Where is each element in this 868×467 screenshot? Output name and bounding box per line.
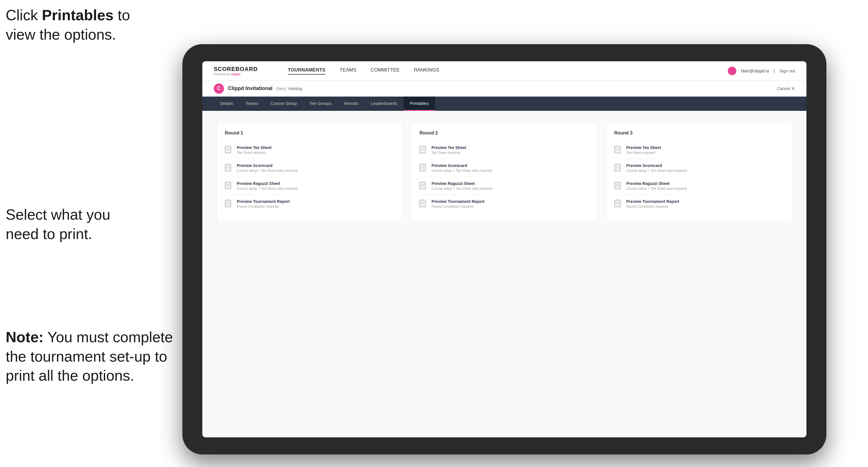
round1-report-title: Preview Tournament Report [237,199,290,204]
round1-tournament-report[interactable]: Preview Tournament Report Round Completi… [225,195,394,213]
svg-rect-32 [420,200,426,207]
top-nav-links: TOURNAMENTS TEAMS COMMITTEE RANKINGS [288,67,728,75]
tab-tee-groups[interactable]: Tee Groups [303,97,338,111]
round2-scorecard-text: Preview Scorecard Course setup + Tee She… [431,163,492,173]
round3-scorecard[interactable]: Preview Scorecard Course setup + Tee She… [614,159,784,177]
r3-report-icon [614,200,622,209]
round2-scorecard[interactable]: Preview Scorecard Course setup + Tee She… [420,159,589,177]
round2-raguzzi[interactable]: Preview Raguzzi Sheet Course setup + Tee… [420,177,589,195]
tab-course-setup[interactable]: Course Setup [265,97,303,111]
nav-tournaments[interactable]: TOURNAMENTS [288,67,326,75]
round1-tee-sheet-title: Preview Tee Sheet [237,145,272,150]
svg-rect-48 [615,200,620,207]
round3-raguzzi-text: Preview Raguzzi Sheet Course setup + Tee… [626,181,687,191]
round-3-title: Round 3 [614,130,784,136]
round1-scorecard-title: Preview Scorecard [237,163,298,168]
svg-rect-24 [420,164,426,171]
instruction-bottom: Note: You must complete the tournament s… [6,328,182,385]
svg-rect-44 [615,182,620,189]
round3-report-text: Preview Tournament Report Round Completi… [626,199,679,209]
tee-sheet-icon [225,146,233,155]
r3-raguzzi-icon [614,182,622,191]
tab-details[interactable]: Details [214,97,239,111]
round-1-title: Round 1 [225,130,394,136]
sign-out-link[interactable]: Sign out [779,68,795,73]
round1-scorecard-text: Preview Scorecard Course setup + Tee She… [237,163,298,173]
user-avatar [728,67,736,75]
separator: | [774,68,775,73]
user-email: blair@clippd.io [741,68,769,73]
round1-raguzzi-text: Preview Raguzzi Sheet Course setup + Tee… [237,181,298,191]
svg-rect-36 [615,146,620,153]
svg-rect-4 [225,146,231,153]
brand-title: SCOREBOARD [214,66,271,72]
r2-raguzzi-icon [420,182,428,191]
svg-rect-16 [225,200,231,207]
tablet-device: SCOREBOARD Powered by clippd TOURNAMENTS… [182,44,827,455]
round1-raguzzi-title: Preview Raguzzi Sheet [237,181,298,186]
round3-tee-sheet-text: Preview Tee Sheet Tee Sheet required [626,145,661,155]
tournament-tag: (Men) [276,86,286,91]
tablet-screen: SCOREBOARD Powered by clippd TOURNAMENTS… [202,61,806,437]
round1-report-subtitle: Round Completion required [237,205,290,209]
round-1-section: Round 1 Preview Tee Sheet [217,122,403,221]
instruction-middle: Select what youneed to print. [6,205,110,244]
round3-raguzzi[interactable]: Preview Raguzzi Sheet Course setup + Tee… [614,177,784,195]
main-content: Round 1 Preview Tee Sheet [202,111,806,437]
round1-scorecard-subtitle: Course setup + Tee Sheet data required [237,169,298,173]
report-icon [225,200,233,209]
nav-committee[interactable]: COMMITTEE [370,67,400,75]
svg-rect-12 [225,182,231,189]
round3-tournament-report[interactable]: Preview Tournament Report Round Completi… [614,195,784,213]
svg-rect-40 [615,164,620,171]
top-nav: SCOREBOARD Powered by clippd TOURNAMENTS… [202,61,806,81]
tournament-name: Clippd Invitational [228,86,272,91]
tournament-status: Hosting [289,86,302,91]
round3-tee-sheet[interactable]: Preview Tee Sheet Tee Sheet required [614,141,784,159]
round2-tee-sheet[interactable]: Preview Tee Sheet Tee Sheet required [420,141,589,159]
scorecard-icon [225,164,233,173]
round2-raguzzi-text: Preview Raguzzi Sheet Course setup + Tee… [431,181,492,191]
r2-tee-sheet-icon [420,146,428,155]
sub-nav: Details Teams Course Setup Tee Groups Re… [202,97,806,111]
round2-tournament-report[interactable]: Preview Tournament Report Round Completi… [420,195,589,213]
rounds-container: Round 1 Preview Tee Sheet [217,122,792,221]
round1-tee-sheet-text: Preview Tee Sheet Tee Sheet required [237,145,272,155]
tournament-logo: C [214,84,224,94]
svg-rect-28 [420,182,426,189]
top-nav-right: blair@clippd.io | Sign out [728,67,795,75]
tab-printables[interactable]: Printables [404,97,435,111]
nav-teams[interactable]: TEAMS [340,67,356,75]
tab-teams[interactable]: Teams [239,97,265,111]
round2-tee-sheet-text: Preview Tee Sheet Tee Sheet required [431,145,466,155]
r2-scorecard-icon [420,164,428,173]
r3-scorecard-icon [614,164,622,173]
round-2-title: Round 2 [420,130,589,136]
printables-bold: Printables [42,7,114,23]
round1-tee-sheet[interactable]: Preview Tee Sheet Tee Sheet required [225,141,394,159]
tab-leaderboards[interactable]: Leaderboards [365,97,404,111]
round2-report-text: Preview Tournament Report Round Completi… [431,199,485,209]
round1-tee-sheet-subtitle: Tee Sheet required [237,151,272,155]
tournament-header: C Clippd Invitational (Men) Hosting Canc… [202,81,806,97]
cancel-button[interactable]: Cancel ✕ [777,86,795,91]
round1-report-text: Preview Tournament Report Round Completi… [237,199,290,209]
nav-rankings[interactable]: RANKINGS [414,67,439,75]
brand: SCOREBOARD Powered by clippd [214,66,271,76]
raguzzi-icon [225,182,233,191]
instruction-top: Click Printables toview the options. [6,6,130,44]
brand-sub: Powered by clippd [214,72,271,76]
r2-report-icon [420,200,428,209]
tab-results[interactable]: Results [338,97,365,111]
round3-scorecard-text: Preview Scorecard Course setup + Tee She… [626,163,687,173]
round1-raguzzi[interactable]: Preview Raguzzi Sheet Course setup + Tee… [225,177,394,195]
round-2-section: Round 2 Preview Tee Sheet [411,122,597,221]
svg-rect-20 [420,146,426,153]
round1-scorecard[interactable]: Preview Scorecard Course setup + Tee She… [225,159,394,177]
round1-raguzzi-subtitle: Course setup + Tee Sheet data required [237,187,298,191]
svg-rect-8 [225,164,231,171]
round-3-section: Round 3 Preview Tee Sheet [606,122,792,221]
r3-tee-sheet-icon [614,146,622,155]
